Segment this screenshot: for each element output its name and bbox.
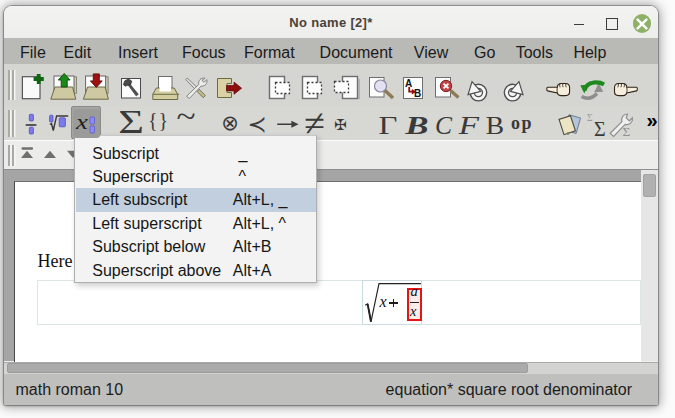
svg-text:B: B (414, 88, 421, 99)
svg-text:A: A (405, 78, 412, 89)
